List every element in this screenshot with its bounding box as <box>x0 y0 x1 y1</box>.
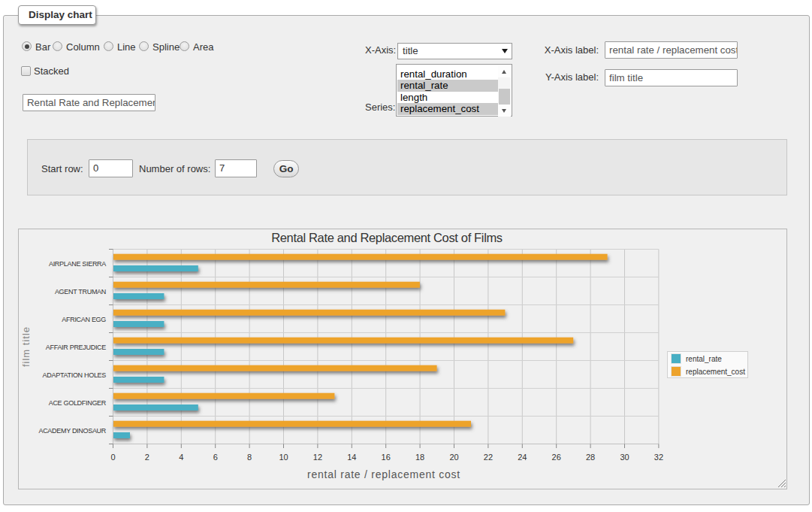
svg-text:AGENT TRUMAN: AGENT TRUMAN <box>55 288 106 295</box>
svg-text:replacement_cost: replacement_cost <box>686 368 745 376</box>
svg-text:ADAPTATION HOLES: ADAPTATION HOLES <box>43 371 107 379</box>
svg-text:0: 0 <box>110 453 115 462</box>
svg-text:16: 16 <box>382 453 391 462</box>
svg-text:22: 22 <box>484 453 493 462</box>
svg-text:14: 14 <box>347 453 356 462</box>
svg-text:8: 8 <box>247 453 252 462</box>
svg-text:ACE GOLDFINGER: ACE GOLDFINGER <box>49 399 107 407</box>
svg-text:Rental Rate and Replacement Co: Rental Rate and Replacement Cost of Film… <box>271 231 503 244</box>
svg-text:rental rate / replacement cost: rental rate / replacement cost <box>307 468 460 480</box>
svg-text:24: 24 <box>518 453 527 462</box>
svg-text:10: 10 <box>279 453 288 462</box>
svg-text:28: 28 <box>586 453 595 462</box>
svg-text:4: 4 <box>179 453 183 462</box>
svg-text:AIRPLANE SIERRA: AIRPLANE SIERRA <box>49 260 106 268</box>
svg-text:20: 20 <box>449 453 458 462</box>
svg-text:ACADEMY DINOSAUR: ACADEMY DINOSAUR <box>38 427 106 435</box>
svg-text:30: 30 <box>620 453 629 462</box>
svg-text:rental_rate: rental_rate <box>686 355 722 363</box>
svg-text:26: 26 <box>552 453 561 462</box>
svg-text:AFRICAN EGG: AFRICAN EGG <box>62 316 106 323</box>
svg-text:2: 2 <box>145 453 149 462</box>
svg-text:6: 6 <box>213 453 218 462</box>
svg-text:32: 32 <box>654 453 663 462</box>
svg-text:12: 12 <box>313 453 322 462</box>
svg-text:18: 18 <box>415 453 424 462</box>
svg-text:film title: film title <box>20 326 32 367</box>
svg-text:AFFAIR PREJUDICE: AFFAIR PREJUDICE <box>46 344 107 351</box>
